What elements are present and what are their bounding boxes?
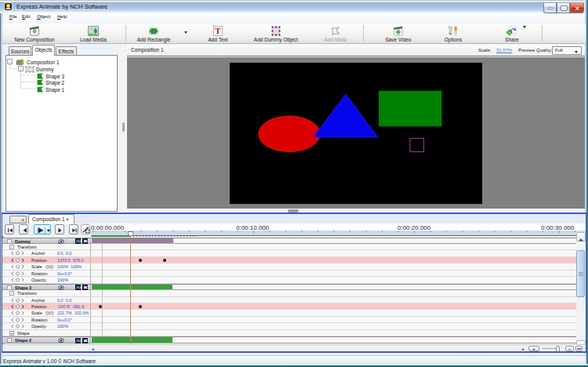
svg-text:T: T	[215, 26, 221, 35]
